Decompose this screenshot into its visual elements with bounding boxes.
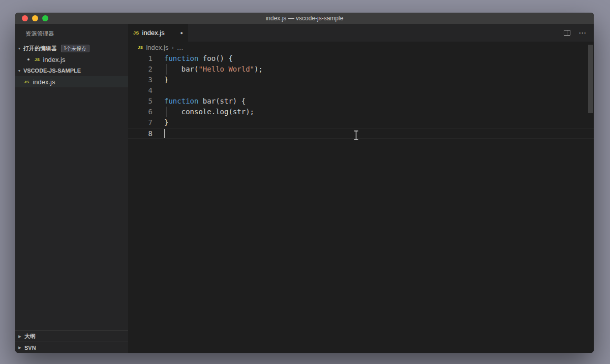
code-line[interactable]: 3} — [128, 75, 594, 85]
code-token: } — [164, 76, 168, 84]
line-content[interactable]: console.log(str); — [164, 107, 594, 117]
svn-panel-label: SVN — [24, 345, 36, 351]
code-token: function — [164, 54, 198, 62]
file-item-indexjs[interactable]: JS index.js — [15, 76, 128, 87]
code-token: "Hello World" — [198, 65, 254, 73]
code-token: } — [164, 118, 168, 126]
breadcrumb[interactable]: JS index.js › … — [128, 42, 594, 53]
code-line[interactable]: 6 console.log(str); — [128, 107, 594, 117]
tab-indexjs[interactable]: JS index.js ● — [128, 24, 188, 42]
desktop: index.js — vscode-js-sample 资源管理器 ▼ 打开的编… — [0, 0, 610, 364]
line-content[interactable]: } — [164, 75, 594, 85]
indent-guide — [166, 64, 167, 75]
outline-panel-header[interactable]: ▶ 大纲 — [15, 330, 128, 342]
close-window-button[interactable] — [22, 15, 28, 21]
chevron-down-icon: ▼ — [15, 69, 23, 73]
unsaved-count-badge: 1个未保存 — [61, 45, 89, 52]
tab-label: index.js — [142, 29, 165, 37]
code-line[interactable]: 8 — [128, 128, 594, 139]
code-token: bar(str) { — [198, 97, 246, 105]
line-number: 5 — [128, 96, 152, 107]
svn-panel-header[interactable]: ▶ SVN — [15, 342, 128, 353]
chevron-down-icon: ▼ — [15, 47, 23, 50]
chevron-right-icon: ▶ — [15, 335, 24, 339]
line-number: 1 — [128, 53, 152, 64]
code-line[interactable]: 1function foo() { — [128, 53, 594, 64]
line-number: 4 — [128, 85, 152, 96]
minimize-window-button[interactable] — [32, 15, 38, 21]
text-cursor — [164, 129, 165, 138]
line-number: 7 — [128, 117, 152, 128]
code-line[interactable]: 5function bar(str) { — [128, 96, 594, 107]
vscode-window: index.js — vscode-js-sample 资源管理器 ▼ 打开的编… — [15, 13, 594, 353]
sidebar-explorer: 资源管理器 ▼ 打开的编辑器 1个未保存 ● JS index.js ▼ VSC… — [15, 24, 128, 353]
traffic-lights — [22, 15, 48, 21]
code-line[interactable]: 2 bar("Hello World"); — [128, 64, 594, 75]
breadcrumb-symbol[interactable]: … — [177, 44, 184, 51]
code-token: bar( — [164, 65, 198, 73]
line-number: 3 — [128, 75, 152, 85]
vertical-scrollbar[interactable] — [588, 45, 593, 113]
code-lines: 1function foo() {2 bar("Hello World");3}… — [128, 53, 594, 139]
js-file-icon: JS — [24, 80, 29, 84]
tab-bar: JS index.js ● ⋯ — [128, 24, 594, 42]
explorer-title: 资源管理器 — [15, 24, 128, 43]
titlebar[interactable]: index.js — vscode-js-sample — [15, 13, 594, 24]
open-editor-item-indexjs[interactable]: ● JS index.js — [15, 54, 128, 65]
modified-dot-icon[interactable]: ● — [180, 30, 183, 36]
line-number: 2 — [128, 64, 152, 75]
code-line[interactable]: 7} — [128, 117, 594, 128]
line-content[interactable] — [164, 85, 594, 96]
js-file-icon: JS — [138, 45, 143, 50]
sidebar-spacer — [15, 87, 128, 330]
code-line[interactable]: 4 — [128, 85, 594, 96]
modified-dot-icon: ● — [25, 57, 32, 62]
line-content[interactable]: function foo() { — [164, 53, 594, 64]
open-editor-item-label: index.js — [43, 56, 65, 63]
line-number: 8 — [128, 128, 152, 138]
editor-actions: ⋯ — [564, 24, 594, 42]
line-content[interactable] — [164, 128, 594, 138]
indent-guide — [166, 107, 167, 117]
editor-group: JS index.js ● ⋯ JS index.js › … — [128, 24, 594, 353]
chevron-right-icon: ▶ — [15, 346, 24, 350]
code-token: console.log(str); — [164, 108, 254, 116]
folder-section-label: VSCODE-JS-SAMPLE — [23, 68, 81, 74]
line-number: 6 — [128, 107, 152, 117]
file-item-label: index.js — [33, 78, 55, 86]
code-editor[interactable]: 1function foo() {2 bar("Hello World");3}… — [128, 53, 594, 353]
outline-panel-label: 大纲 — [24, 333, 36, 340]
js-file-icon: JS — [133, 30, 139, 36]
line-content[interactable]: bar("Hello World"); — [164, 64, 594, 75]
split-editor-icon[interactable] — [564, 30, 570, 36]
open-editors-label: 打开的编辑器 — [23, 45, 57, 52]
open-editors-header[interactable]: ▼ 打开的编辑器 1个未保存 — [15, 43, 128, 54]
code-token: foo() { — [198, 54, 232, 62]
folder-section-header[interactable]: ▼ VSCODE-JS-SAMPLE — [15, 65, 128, 76]
breadcrumb-file[interactable]: index.js — [146, 44, 168, 51]
zoom-window-button[interactable] — [42, 15, 48, 21]
line-content[interactable]: function bar(str) { — [164, 96, 594, 107]
more-actions-icon[interactable]: ⋯ — [578, 29, 586, 37]
window-title: index.js — vscode-js-sample — [266, 15, 344, 22]
workbench: 资源管理器 ▼ 打开的编辑器 1个未保存 ● JS index.js ▼ VSC… — [15, 24, 594, 353]
line-content[interactable]: } — [164, 117, 594, 128]
code-token: function — [164, 97, 198, 105]
chevron-right-icon: › — [171, 44, 173, 51]
js-file-icon: JS — [35, 57, 40, 62]
code-token: ); — [254, 65, 263, 73]
